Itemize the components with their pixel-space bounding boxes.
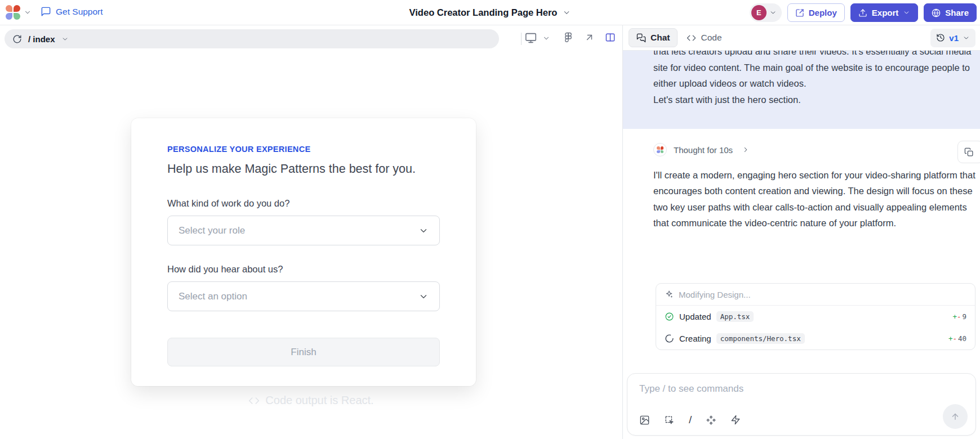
- send-button[interactable]: [943, 404, 968, 429]
- chevron-down-icon[interactable]: [61, 35, 69, 43]
- export-button[interactable]: Export: [850, 3, 919, 22]
- chat-panel-tabbar: Chat Code v1: [623, 25, 980, 51]
- thought-toggle[interactable]: Thought for 10s: [653, 143, 750, 156]
- split-view-icon[interactable]: [605, 32, 616, 43]
- diff-plus: +: [952, 312, 957, 321]
- chevron-down-icon[interactable]: [542, 34, 550, 42]
- share-button[interactable]: Share: [924, 3, 977, 22]
- globe-icon: [932, 8, 941, 17]
- chevron-down-icon: [903, 9, 910, 16]
- external-link-icon: [795, 8, 804, 17]
- tab-code[interactable]: Code: [687, 33, 721, 43]
- role-select[interactable]: Select your role: [167, 216, 440, 245]
- preview-url-bar[interactable]: / index: [5, 29, 499, 48]
- task-row[interactable]: Updated App.tsx + - 9: [656, 306, 975, 328]
- role-select-placeholder: Select your role: [179, 225, 245, 236]
- thought-label: Thought for 10s: [674, 145, 733, 155]
- canvas-framework-note: Code output is React.: [0, 394, 622, 407]
- image-attach-icon[interactable]: [639, 415, 650, 425]
- deploy-label: Deploy: [809, 8, 837, 17]
- chevron-down-icon: [769, 9, 777, 16]
- personalize-modal: PERSONALIZE YOUR EXPERIENCE Help us make…: [131, 118, 476, 386]
- chat-composer: /: [627, 373, 976, 436]
- share-label: Share: [945, 8, 969, 17]
- hear-question-label: How did you hear about us?: [167, 264, 440, 275]
- task-verb: Updated: [679, 312, 711, 321]
- task-file-chip: App.tsx: [716, 311, 754, 322]
- app-window: Get Support Video Creator Landing Page H…: [0, 0, 980, 439]
- task-row[interactable]: Creating components/Hero.tsx + - 40: [656, 328, 975, 350]
- messages-icon: [636, 33, 646, 43]
- diff-minus: -: [952, 334, 957, 343]
- project-title-label: Video Creator Landing Page Hero: [409, 7, 558, 18]
- hear-select-placeholder: Select an option: [179, 291, 247, 302]
- assistant-response: I'll create a modern, engaging hero sect…: [653, 167, 978, 231]
- chat-input[interactable]: [639, 383, 921, 395]
- task-progress-card: Modifying Design... Updated App.tsx + - …: [656, 283, 975, 350]
- zap-icon[interactable]: [730, 415, 741, 425]
- export-label: Export: [872, 8, 899, 17]
- chevron-down-icon: [418, 292, 429, 302]
- chevron-right-icon: [742, 146, 750, 154]
- chevron-down-icon[interactable]: [24, 8, 32, 16]
- get-support-link[interactable]: Get Support: [41, 6, 103, 17]
- composer-toolbar: /: [639, 414, 741, 426]
- code-brackets-icon: [687, 33, 696, 43]
- history-icon: [936, 33, 945, 42]
- canvas-note-label: Code output is React.: [265, 394, 373, 407]
- slash-command-icon[interactable]: /: [689, 414, 692, 426]
- route-path-label[interactable]: / index: [28, 34, 55, 44]
- deploy-button[interactable]: Deploy: [787, 3, 845, 22]
- device-preview-monitor-icon[interactable]: [525, 32, 537, 44]
- tab-chat[interactable]: Chat: [629, 28, 678, 47]
- chevron-down-icon: [562, 8, 571, 17]
- sparkle-icon: [665, 290, 674, 299]
- chevron-down-icon: [963, 34, 970, 42]
- upload-icon: [858, 8, 867, 17]
- code-brackets-icon: [248, 395, 260, 406]
- user-message-p1: that lets creators upload and share thei…: [653, 51, 977, 92]
- task-card-header: Modifying Design...: [656, 284, 975, 306]
- task-card-title: Modifying Design...: [679, 290, 751, 299]
- diff-count: 9: [962, 312, 966, 321]
- spinner-icon: [665, 334, 674, 343]
- header-actions: E Deploy Export: [750, 3, 977, 22]
- version-label: v1: [949, 33, 959, 43]
- copy-icon: [964, 147, 974, 157]
- user-message-p2: Let's start with just the hero section.: [653, 92, 977, 108]
- refresh-icon[interactable]: [12, 34, 22, 44]
- account-menu[interactable]: E: [750, 3, 782, 22]
- tab-code-label: Code: [701, 33, 721, 43]
- figma-icon[interactable]: [563, 32, 573, 42]
- modal-eyebrow: PERSONALIZE YOUR EXPERIENCE: [167, 145, 440, 154]
- avatar: E: [751, 5, 767, 20]
- tab-chat-label: Chat: [651, 33, 670, 43]
- project-title[interactable]: Video Creator Landing Page Hero: [409, 0, 571, 25]
- check-circle-icon: [665, 312, 674, 321]
- assistant-avatar: [653, 143, 667, 156]
- task-verb: Creating: [679, 334, 711, 343]
- role-question-label: What kind of work do you do?: [167, 198, 440, 209]
- select-area-icon[interactable]: [664, 415, 675, 425]
- diff-stats: + - 40: [948, 334, 966, 343]
- toolbar-divider: [521, 33, 522, 45]
- diff-count: 40: [958, 334, 966, 343]
- diamond-shapes-icon[interactable]: [706, 415, 716, 425]
- diff-stats: + - 9: [952, 312, 966, 321]
- version-selector[interactable]: v1: [930, 29, 975, 47]
- modal-heading: Help us make Magic Patterns the best for…: [167, 162, 440, 176]
- user-message: that lets creators upload and share thei…: [623, 51, 980, 129]
- diff-plus: +: [948, 334, 953, 343]
- get-support-label: Get Support: [56, 7, 103, 17]
- task-file-chip: components/Hero.tsx: [716, 333, 805, 344]
- chevron-down-icon: [418, 226, 429, 236]
- finish-button[interactable]: Finish: [167, 338, 440, 366]
- magic-patterns-logo-icon[interactable]: [6, 5, 20, 20]
- hear-select[interactable]: Select an option: [167, 281, 440, 311]
- diff-minus: -: [957, 312, 961, 321]
- copy-message-button[interactable]: [957, 141, 980, 163]
- open-new-window-icon[interactable]: [584, 32, 595, 43]
- chat-bubble-icon: [41, 6, 51, 17]
- top-header: Get Support Video Creator Landing Page H…: [0, 0, 980, 25]
- arrow-up-icon: [950, 411, 960, 422]
